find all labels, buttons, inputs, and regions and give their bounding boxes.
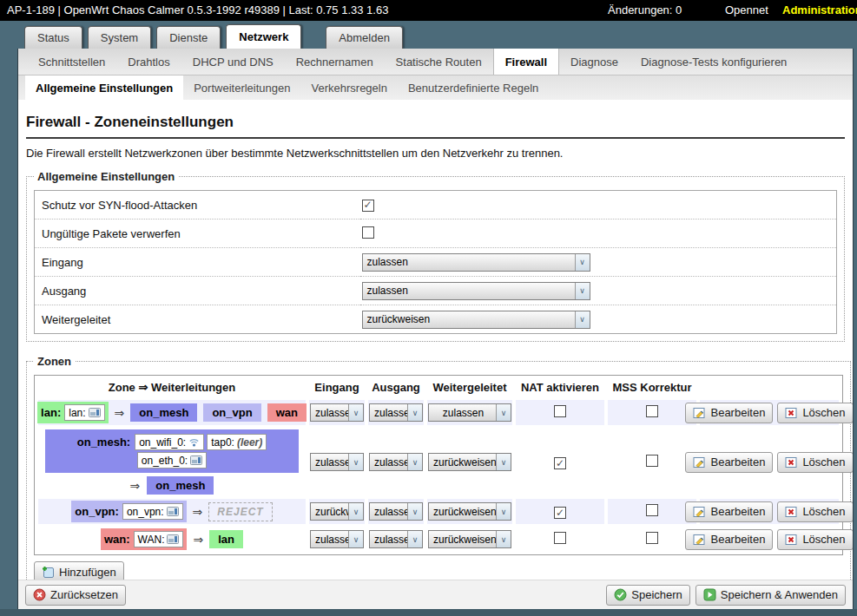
select-value: zulassen bbox=[370, 534, 407, 546]
button-label: Löschen bbox=[802, 406, 845, 419]
on-vpn-eingang-select[interactable]: zurückweisen∨ bbox=[310, 502, 364, 521]
subtab-drahtlos[interactable]: Drahtlos bbox=[116, 49, 181, 75]
wan-edit-button[interactable]: Bearbeiten bbox=[685, 529, 773, 550]
network-name: lan: bbox=[69, 407, 85, 419]
forward-arrow: ⇒ bbox=[115, 406, 125, 420]
subtab-dhcp-dns[interactable]: DHCP und DNS bbox=[181, 49, 285, 75]
forward-policy-select[interactable]: zurückweisen ∨ bbox=[362, 311, 590, 329]
forward-badge-on-mesh: on_mesh bbox=[147, 476, 214, 495]
drop-invalid-label: Ungültige Pakete verwerfen bbox=[35, 220, 360, 248]
subtab-diagnose-tests[interactable]: Diagnose-Tests konfigurieren bbox=[630, 49, 798, 75]
button-label: Hinzufügen bbox=[59, 566, 116, 579]
delete-icon bbox=[785, 407, 798, 419]
lan-nat-checkbox[interactable] bbox=[554, 405, 566, 417]
tab-system[interactable]: System bbox=[88, 26, 151, 49]
on-mesh-mss-checkbox[interactable] bbox=[646, 455, 658, 467]
tab-dienste[interactable]: Dienste bbox=[156, 26, 221, 49]
fwtab-allgemeine-einstellungen[interactable]: Allgemeine Einstellungen bbox=[25, 75, 183, 100]
subtab-diagnose[interactable]: Diagnose bbox=[559, 49, 630, 75]
network-input-tap0[interactable]: tap0: (leer) bbox=[207, 434, 267, 450]
save-button[interactable]: Speichern bbox=[606, 585, 690, 606]
wan-forward-select[interactable]: zurückweisen∨ bbox=[428, 530, 511, 548]
tab-abmelden[interactable]: Abmelden bbox=[326, 26, 403, 49]
lan-mss-checkbox[interactable] bbox=[646, 405, 658, 417]
on-vpn-forward-select[interactable]: zurückweisen∨ bbox=[428, 502, 511, 521]
general-settings-fieldset: Allgemeine Einstellungen Schutz vor SYN-… bbox=[26, 170, 845, 342]
administration-link[interactable]: Administration bbox=[782, 3, 857, 16]
tab-netzwerk[interactable]: Netzwerk bbox=[226, 24, 301, 49]
select-value: zurückweisen bbox=[429, 506, 496, 518]
save-apply-button[interactable]: Speichern & Anwenden bbox=[695, 585, 846, 606]
select-value: zulassen bbox=[429, 407, 496, 419]
opennet-link[interactable]: Opennet bbox=[725, 3, 768, 16]
network-input-wan[interactable]: WAN: bbox=[134, 531, 184, 547]
select-value: zurückweisen bbox=[429, 534, 496, 546]
forward-arrow: ⇒ bbox=[193, 533, 203, 547]
tab-label: Netzwerk bbox=[239, 30, 288, 43]
fwtab-portweiterleitungen[interactable]: Portweiterleitungen bbox=[183, 75, 300, 100]
tab-status[interactable]: Status bbox=[24, 26, 82, 49]
reset-button[interactable]: Zurücksetzen bbox=[25, 585, 126, 606]
ethernet-icon bbox=[167, 507, 179, 516]
on-vpn-edit-button[interactable]: Bearbeiten bbox=[685, 501, 773, 522]
wan-nat-checkbox[interactable] bbox=[554, 532, 566, 544]
syn-flood-checkbox[interactable] bbox=[362, 200, 374, 212]
lan-delete-button[interactable]: Löschen bbox=[777, 403, 853, 423]
button-label: Speichern & Anwenden bbox=[721, 588, 838, 601]
subtab-firewall[interactable]: Firewall bbox=[493, 49, 559, 75]
on-vpn-delete-button[interactable]: Löschen bbox=[777, 501, 853, 522]
select-value: zulassen bbox=[363, 285, 575, 297]
select-value: zurückweisen bbox=[311, 506, 348, 518]
general-settings-legend: Allgemeine Einstellungen bbox=[34, 170, 178, 183]
wan-eingang-select[interactable]: zulassen∨ bbox=[310, 530, 364, 548]
network-input-on-eth-0[interactable]: on_eth_0: bbox=[137, 452, 207, 469]
on-vpn-mss-checkbox[interactable] bbox=[646, 504, 658, 516]
edit-icon bbox=[693, 456, 706, 469]
zone-badge-on-mesh: on_mesh: on_wifi_0: tap0: (leer) bbox=[45, 429, 299, 473]
wan-mss-checkbox[interactable] bbox=[646, 532, 658, 544]
on-mesh-nat-checkbox[interactable] bbox=[554, 457, 566, 469]
on-mesh-ausgang-select[interactable]: zulassen∨ bbox=[369, 453, 423, 471]
fwtab-verkehrsregeln[interactable]: Verkehrsregeln bbox=[301, 75, 398, 100]
subtab-statische-routen[interactable]: Statische Routen bbox=[385, 49, 493, 75]
input-policy-select[interactable]: zulassen ∨ bbox=[362, 253, 590, 272]
subtab-rechnernamen[interactable]: Rechnernamen bbox=[285, 49, 385, 75]
ethernet-icon bbox=[89, 408, 101, 417]
on-mesh-eingang-select[interactable]: zulassen∨ bbox=[310, 453, 364, 471]
on-vpn-ausgang-select[interactable]: zulassen∨ bbox=[369, 502, 423, 521]
on-vpn-nat-checkbox[interactable] bbox=[554, 507, 566, 519]
zones-fieldset: Zonen Zone ⇒ Weiterleitungen Eingang Aus… bbox=[26, 355, 851, 580]
network-input-lan[interactable]: lan: bbox=[64, 404, 104, 421]
col-zone-forwardings: Zone ⇒ Weiterleitungen bbox=[38, 378, 306, 397]
select-value: zulassen bbox=[363, 256, 575, 268]
on-mesh-delete-button[interactable]: Löschen bbox=[777, 452, 853, 473]
network-name: on_eth_0: bbox=[142, 455, 188, 467]
network-name: on_vpn: bbox=[127, 506, 164, 518]
output-policy-select[interactable]: zulassen ∨ bbox=[362, 282, 590, 300]
page-frame: Schnittstellen Drahtlos DHCP und DNS Rec… bbox=[17, 49, 854, 609]
add-zone-button[interactable]: Hinzufügen bbox=[34, 561, 124, 580]
ethernet-icon bbox=[167, 534, 179, 544]
drop-invalid-checkbox[interactable] bbox=[362, 226, 374, 239]
col-weitergeleitet: Weitergeleitet bbox=[427, 378, 512, 397]
table-row: Schutz vor SYN-flood-Attacken bbox=[35, 191, 837, 220]
subtab-schnittstellen[interactable]: Schnittstellen bbox=[27, 49, 116, 75]
lan-eingang-select[interactable]: zulassen∨ bbox=[310, 403, 364, 422]
wan-ausgang-select[interactable]: zulassen∨ bbox=[369, 530, 423, 548]
network-input-on-vpn[interactable]: on_vpn: bbox=[122, 503, 183, 520]
table-row: Eingang zulassen ∨ bbox=[35, 248, 837, 277]
lan-ausgang-select[interactable]: zulassen∨ bbox=[369, 403, 423, 422]
chevron-down-icon: ∨ bbox=[575, 254, 590, 271]
network-input-on-wifi-0[interactable]: on_wifi_0: bbox=[135, 434, 204, 450]
wan-delete-button[interactable]: Löschen bbox=[777, 529, 853, 550]
lan-edit-button[interactable]: Bearbeiten bbox=[685, 403, 773, 423]
page-title: Firewall - Zoneneinstellungen bbox=[26, 108, 845, 139]
chevron-down-icon: ∨ bbox=[575, 283, 590, 299]
changes-counter[interactable]: Änderungen: 0 bbox=[608, 3, 682, 16]
lan-forward-select[interactable]: zulassen∨ bbox=[428, 403, 511, 422]
col-ausgang: Ausgang bbox=[368, 378, 424, 397]
on-mesh-edit-button[interactable]: Bearbeiten bbox=[685, 452, 773, 473]
luci-app: AP-1-189 | OpenWrt Chaos Calmer 0.5.3-19… bbox=[0, 0, 857, 616]
on-mesh-forward-select[interactable]: zurückweisen∨ bbox=[428, 453, 511, 471]
fwtab-benutzerdefinierte-regeln[interactable]: Benutzerdefinierte Regeln bbox=[398, 75, 549, 100]
